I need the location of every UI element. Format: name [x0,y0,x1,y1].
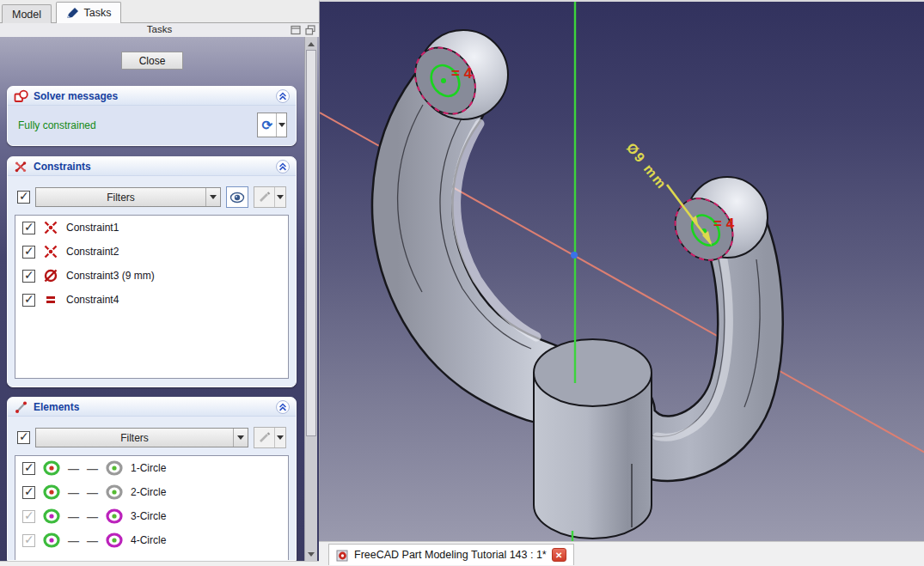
constraints-filters-combo[interactable]: Filters [35,187,221,207]
close-task-button[interactable]: Close [121,52,183,70]
task-panel: Model Tasks Tasks [0,0,319,566]
constraint-row: Constraint2 [15,240,288,264]
equal-constraint-marker-right[interactable]: = 4 [713,216,735,232]
circle-element-icon [43,532,60,549]
settings-dropdown-arrow[interactable] [274,187,285,207]
hook-left-arm[interactable] [398,100,540,382]
element-label[interactable]: 1-Circle [131,462,166,474]
combo-dropdown-arrow[interactable] [205,188,220,206]
task-panel-body: Close Solver messages [0,37,319,561]
solver-messages-header[interactable]: Solver messages [8,87,296,106]
collapse-solver-button[interactable] [276,89,290,103]
constraints-filters-label: Filters [36,192,205,204]
scrollbar-thumb[interactable] [306,50,316,436]
element-row: — — 2-Circle [15,480,288,504]
document-tab-label: FreeCAD Part Modeling Tutorial 143 : 1* [354,549,547,561]
constraints-header[interactable]: Constraints [8,157,296,176]
freecad-icon [336,549,349,562]
constraint-label[interactable]: Constraint2 [66,246,119,258]
constraint-checkbox[interactable] [22,270,35,283]
solver-status-text: Fully constrained [18,119,96,131]
chevron-up-icon [278,402,288,412]
scroll-up-arrow-icon[interactable] [305,38,317,50]
constraint-row: Constraint1 [15,216,288,240]
cylinder-boss[interactable] [534,339,652,539]
panel-scrollbar[interactable] [304,37,317,561]
tab-tasks[interactable]: Tasks [56,2,122,23]
show-hide-constraints-button[interactable] [226,186,248,208]
panel-tab-bar: Model Tasks [0,0,319,23]
panel-titlebar: Tasks [0,23,319,37]
elements-filters-combo[interactable]: Filters [35,428,248,447]
document-tab[interactable]: FreeCAD Part Modeling Tutorial 143 : 1* … [328,544,574,565]
3d-scene[interactable]: Ø9 mm = 4 = 4 [320,2,924,541]
element-checkbox[interactable] [22,462,35,475]
float-panel-icon[interactable] [305,25,315,35]
3d-viewport[interactable]: Ø9 mm = 4 = 4 [319,0,924,541]
constraints-list: Constraint1 Constraint2 [15,215,289,379]
close-document-icon[interactable]: ✕ [552,548,566,562]
constraint-label[interactable]: Constraint1 [66,222,119,234]
elements-list: — — 1-Circle — [15,455,289,561]
element-checkbox[interactable] [22,534,35,547]
circle-element-icon [106,508,123,525]
refresh-dropdown-arrow[interactable] [276,113,286,137]
solver-messages-body: Fully constrained ⟳ [8,106,296,145]
combo-dropdown-arrow[interactable] [233,429,248,447]
collapse-constraints-button[interactable] [276,160,290,173]
constraint-row: Constraint3 (9 mm) [15,264,288,288]
element-checkbox[interactable] [22,486,35,499]
constraint-checkbox[interactable] [22,294,35,307]
element-label[interactable]: 4-Circle [131,534,166,546]
solver-messages-section: Solver messages Fully constrained ⟳ [7,86,297,146]
elements-title: Elements [34,401,79,413]
panel-bottom-strip [0,561,319,566]
element-label[interactable]: 3-Circle [131,510,166,522]
origin-point[interactable] [571,252,578,259]
elements-show-all-checkbox[interactable] [17,431,30,444]
element-row: — — 3-Circle [15,504,288,528]
element-dash: — [87,486,98,499]
element-dash: — [87,510,98,523]
element-checkbox[interactable] [22,510,35,523]
constraint-label[interactable]: Constraint3 (9 mm) [66,270,155,282]
elements-toolbar: Filters [17,427,286,448]
sketch-circle-center[interactable] [441,78,446,83]
collapse-elements-button[interactable] [276,400,290,414]
constraint-label[interactable]: Constraint4 [66,294,119,306]
dock-panel-icon[interactable] [291,25,301,35]
element-dash: — [87,462,98,475]
constraint-checkbox[interactable] [22,246,35,259]
coincident-constraint-icon [43,244,58,259]
tab-model[interactable]: Model [2,4,52,23]
element-label[interactable]: 2-Circle [131,486,166,498]
element-settings-button[interactable] [254,427,286,448]
solver-messages-title: Solver messages [34,90,118,102]
element-dash: — [68,486,79,499]
freecad-window: Model Tasks Tasks [0,0,924,566]
constraints-section: Constraints Filters [7,156,297,387]
circle-element-icon [43,508,60,525]
constraints-show-all-checkbox[interactable] [17,191,30,204]
elements-header[interactable]: Elements [8,398,296,417]
scroll-down-arrow-icon[interactable] [305,548,317,560]
circle-element-icon [106,484,123,501]
elements-section: Elements Filters [7,397,297,561]
coincident-constraint-icon [43,220,58,235]
element-dash: — [68,534,79,547]
edit-tools-icon [258,431,271,444]
chevron-up-icon [278,91,288,101]
panel-title: Tasks [0,24,319,34]
constraint-row: Constraint4 [15,288,288,312]
constraint-settings-button[interactable] [254,186,286,208]
diameter-constraint-icon [43,268,58,283]
constraint-checkbox[interactable] [22,222,35,234]
auto-update-button[interactable]: ⟳ [257,113,287,137]
chevron-up-icon [278,161,288,172]
edit-tools-icon [258,191,271,204]
settings-dropdown-arrow[interactable] [274,428,285,447]
pencil-icon [66,7,79,20]
equal-constraint-marker-left[interactable]: = 4 [451,65,473,82]
element-row: — — 4-Circle [15,528,288,552]
circle-element-icon [43,459,60,477]
